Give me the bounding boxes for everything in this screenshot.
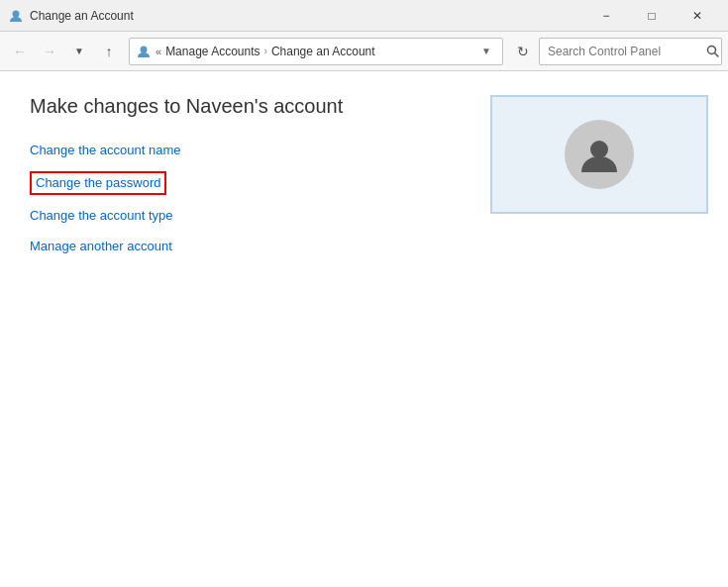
- back-button[interactable]: ←: [6, 38, 34, 65]
- change-account-type-link[interactable]: Change the account type: [30, 207, 441, 225]
- svg-point-1: [141, 46, 148, 52]
- nav-bar: ← → ▼ ↑ « Manage Accounts › Change an Ac…: [0, 32, 728, 71]
- right-panel: [470, 71, 728, 587]
- address-chevrons: «: [156, 46, 161, 57]
- change-password-link[interactable]: Change the password: [30, 171, 166, 195]
- search-box: [539, 38, 722, 65]
- search-input[interactable]: [540, 45, 704, 58]
- up-button[interactable]: ↑: [95, 38, 123, 65]
- title-bar: Change an Account − □ ✕: [0, 0, 728, 32]
- main-content: Make changes to Naveen's account Change …: [0, 71, 728, 587]
- account-avatar-frame: [490, 95, 708, 214]
- window-controls: − □ ✕: [583, 0, 720, 32]
- address-bar-icon: [136, 44, 152, 59]
- window-icon: [8, 8, 24, 24]
- change-account-name-link[interactable]: Change the account name: [30, 142, 441, 159]
- left-panel: Make changes to Naveen's account Change …: [0, 71, 470, 587]
- minimize-button[interactable]: −: [583, 0, 629, 32]
- refresh-button[interactable]: ↻: [509, 38, 537, 65]
- address-separator: ›: [264, 46, 267, 56]
- search-icon-button[interactable]: [704, 38, 721, 65]
- svg-line-3: [715, 53, 719, 57]
- close-button[interactable]: ✕: [675, 0, 720, 32]
- address-segment-change-account[interactable]: Change an Account: [271, 45, 375, 58]
- window-title: Change an Account: [30, 9, 583, 23]
- address-segment-manage-accounts[interactable]: Manage Accounts: [165, 45, 260, 58]
- svg-point-0: [13, 10, 20, 17]
- address-bar: « Manage Accounts › Change an Account ▼: [129, 38, 503, 65]
- manage-another-account-link[interactable]: Manage another account: [30, 238, 441, 255]
- page-title: Make changes to Naveen's account: [30, 95, 441, 118]
- forward-button[interactable]: →: [36, 38, 63, 65]
- address-path: Manage Accounts › Change an Account: [165, 45, 472, 58]
- svg-point-4: [590, 141, 608, 158]
- maximize-button[interactable]: □: [629, 0, 675, 32]
- avatar: [565, 120, 634, 189]
- recent-pages-button[interactable]: ▼: [65, 38, 93, 65]
- address-dropdown-button[interactable]: ▼: [476, 38, 496, 65]
